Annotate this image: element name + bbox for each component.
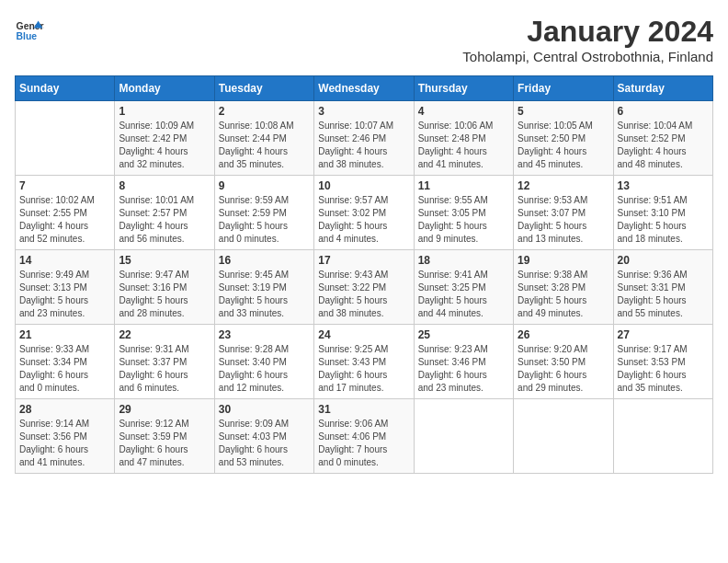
main-title: January 2024 xyxy=(462,15,713,49)
calendar-cell: 16Sunrise: 9:45 AM Sunset: 3:19 PM Dayli… xyxy=(214,250,313,325)
day-number: 31 xyxy=(318,403,409,416)
day-info: Sunrise: 9:49 AM Sunset: 3:13 PM Dayligh… xyxy=(19,269,110,320)
day-info: Sunrise: 9:45 AM Sunset: 3:19 PM Dayligh… xyxy=(219,269,310,320)
day-info: Sunrise: 9:41 AM Sunset: 3:25 PM Dayligh… xyxy=(418,269,509,320)
day-number: 25 xyxy=(418,328,509,341)
day-number: 13 xyxy=(618,179,709,192)
day-info: Sunrise: 10:01 AM Sunset: 2:57 PM Daylig… xyxy=(119,194,210,246)
week-row-3: 14Sunrise: 9:49 AM Sunset: 3:13 PM Dayli… xyxy=(16,250,713,325)
calendar-cell: 11Sunrise: 9:55 AM Sunset: 3:05 PM Dayli… xyxy=(414,176,513,250)
calendar-cell: 30Sunrise: 9:09 AM Sunset: 4:03 PM Dayli… xyxy=(214,399,313,474)
calendar-cell: 12Sunrise: 9:53 AM Sunset: 3:07 PM Dayli… xyxy=(514,176,613,250)
day-info: Sunrise: 9:59 AM Sunset: 2:59 PM Dayligh… xyxy=(219,194,310,246)
week-row-1: 1Sunrise: 10:09 AM Sunset: 2:42 PM Dayli… xyxy=(16,101,713,176)
day-number: 4 xyxy=(418,105,509,118)
day-number: 10 xyxy=(318,179,409,192)
day-number: 5 xyxy=(518,105,609,118)
day-info: Sunrise: 9:31 AM Sunset: 3:37 PM Dayligh… xyxy=(119,343,210,395)
day-info: Sunrise: 9:53 AM Sunset: 3:07 PM Dayligh… xyxy=(518,194,609,246)
calendar-cell: 28Sunrise: 9:14 AM Sunset: 3:56 PM Dayli… xyxy=(16,399,115,474)
calendar-cell: 15Sunrise: 9:47 AM Sunset: 3:16 PM Dayli… xyxy=(115,250,214,325)
day-number: 27 xyxy=(618,328,709,341)
day-info: Sunrise: 9:57 AM Sunset: 3:02 PM Dayligh… xyxy=(318,194,409,246)
calendar-cell: 6Sunrise: 10:04 AM Sunset: 2:52 PM Dayli… xyxy=(613,101,712,176)
day-number: 3 xyxy=(318,105,409,118)
day-info: Sunrise: 10:09 AM Sunset: 2:42 PM Daylig… xyxy=(119,120,210,171)
day-info: Sunrise: 9:47 AM Sunset: 3:16 PM Dayligh… xyxy=(119,269,210,320)
logo-icon: General Blue xyxy=(15,15,44,44)
day-number: 9 xyxy=(219,179,310,192)
day-info: Sunrise: 10:02 AM Sunset: 2:55 PM Daylig… xyxy=(19,194,110,246)
calendar-cell xyxy=(16,101,115,176)
day-number: 19 xyxy=(518,254,609,267)
week-row-5: 28Sunrise: 9:14 AM Sunset: 3:56 PM Dayli… xyxy=(16,399,713,474)
weekday-header-tuesday: Tuesday xyxy=(214,76,313,101)
calendar-cell: 17Sunrise: 9:43 AM Sunset: 3:22 PM Dayli… xyxy=(314,250,414,325)
day-number: 26 xyxy=(518,328,609,341)
weekday-header-thursday: Thursday xyxy=(414,76,513,101)
day-number: 2 xyxy=(219,105,310,118)
calendar-cell: 13Sunrise: 9:51 AM Sunset: 3:10 PM Dayli… xyxy=(613,176,712,250)
week-row-4: 21Sunrise: 9:33 AM Sunset: 3:34 PM Dayli… xyxy=(16,325,713,399)
day-number: 29 xyxy=(119,403,210,416)
weekday-header-monday: Monday xyxy=(115,76,214,101)
calendar-cell: 18Sunrise: 9:41 AM Sunset: 3:25 PM Dayli… xyxy=(414,250,513,325)
weekday-header-sunday: Sunday xyxy=(16,76,115,101)
calendar-cell: 4Sunrise: 10:06 AM Sunset: 2:48 PM Dayli… xyxy=(414,101,513,176)
day-number: 30 xyxy=(219,403,310,416)
title-area: January 2024 Toholampi, Central Ostrobot… xyxy=(462,15,713,64)
calendar-cell xyxy=(414,399,513,474)
calendar-cell: 23Sunrise: 9:28 AM Sunset: 3:40 PM Dayli… xyxy=(214,325,313,399)
logo: General Blue xyxy=(15,15,44,44)
calendar-cell: 10Sunrise: 9:57 AM Sunset: 3:02 PM Dayli… xyxy=(314,176,414,250)
day-info: Sunrise: 9:28 AM Sunset: 3:40 PM Dayligh… xyxy=(219,343,310,395)
calendar-cell: 25Sunrise: 9:23 AM Sunset: 3:46 PM Dayli… xyxy=(414,325,513,399)
weekday-header-friday: Friday xyxy=(514,76,613,101)
day-info: Sunrise: 10:08 AM Sunset: 2:44 PM Daylig… xyxy=(219,120,310,171)
calendar-cell xyxy=(514,399,613,474)
calendar-cell: 5Sunrise: 10:05 AM Sunset: 2:50 PM Dayli… xyxy=(514,101,613,176)
day-info: Sunrise: 9:38 AM Sunset: 3:28 PM Dayligh… xyxy=(518,269,609,320)
day-info: Sunrise: 10:07 AM Sunset: 2:46 PM Daylig… xyxy=(318,120,409,171)
calendar-cell: 19Sunrise: 9:38 AM Sunset: 3:28 PM Dayli… xyxy=(514,250,613,325)
day-number: 8 xyxy=(119,179,210,192)
calendar-cell: 24Sunrise: 9:25 AM Sunset: 3:43 PM Dayli… xyxy=(314,325,414,399)
day-number: 17 xyxy=(318,254,409,267)
calendar-cell: 20Sunrise: 9:36 AM Sunset: 3:31 PM Dayli… xyxy=(613,250,712,325)
calendar-cell: 22Sunrise: 9:31 AM Sunset: 3:37 PM Dayli… xyxy=(115,325,214,399)
day-info: Sunrise: 9:33 AM Sunset: 3:34 PM Dayligh… xyxy=(19,343,110,395)
day-info: Sunrise: 9:36 AM Sunset: 3:31 PM Dayligh… xyxy=(618,269,709,320)
calendar-cell: 31Sunrise: 9:06 AM Sunset: 4:06 PM Dayli… xyxy=(314,399,414,474)
subtitle: Toholampi, Central Ostrobothnia, Finland xyxy=(462,49,713,64)
weekday-header-row: SundayMondayTuesdayWednesdayThursdayFrid… xyxy=(16,76,713,101)
day-number: 6 xyxy=(618,105,709,118)
calendar-cell xyxy=(613,399,712,474)
day-number: 23 xyxy=(219,328,310,341)
day-info: Sunrise: 9:43 AM Sunset: 3:22 PM Dayligh… xyxy=(318,269,409,320)
day-number: 21 xyxy=(19,328,110,341)
day-info: Sunrise: 9:25 AM Sunset: 3:43 PM Dayligh… xyxy=(318,343,409,395)
day-info: Sunrise: 9:14 AM Sunset: 3:56 PM Dayligh… xyxy=(19,418,110,469)
calendar-cell: 27Sunrise: 9:17 AM Sunset: 3:53 PM Dayli… xyxy=(613,325,712,399)
day-info: Sunrise: 10:05 AM Sunset: 2:50 PM Daylig… xyxy=(518,120,609,171)
day-number: 18 xyxy=(418,254,509,267)
header: General Blue January 2024 Toholampi, Cen… xyxy=(15,15,713,64)
calendar-cell: 8Sunrise: 10:01 AM Sunset: 2:57 PM Dayli… xyxy=(115,176,214,250)
day-info: Sunrise: 10:06 AM Sunset: 2:48 PM Daylig… xyxy=(418,120,509,171)
day-info: Sunrise: 9:06 AM Sunset: 4:06 PM Dayligh… xyxy=(318,418,409,469)
calendar-cell: 21Sunrise: 9:33 AM Sunset: 3:34 PM Dayli… xyxy=(16,325,115,399)
day-number: 28 xyxy=(19,403,110,416)
day-number: 15 xyxy=(119,254,210,267)
calendar-cell: 2Sunrise: 10:08 AM Sunset: 2:44 PM Dayli… xyxy=(214,101,313,176)
day-number: 14 xyxy=(19,254,110,267)
day-number: 22 xyxy=(119,328,210,341)
calendar-cell: 3Sunrise: 10:07 AM Sunset: 2:46 PM Dayli… xyxy=(314,101,414,176)
calendar-cell: 9Sunrise: 9:59 AM Sunset: 2:59 PM Daylig… xyxy=(214,176,313,250)
week-row-2: 7Sunrise: 10:02 AM Sunset: 2:55 PM Dayli… xyxy=(16,176,713,250)
day-number: 20 xyxy=(618,254,709,267)
calendar-cell: 1Sunrise: 10:09 AM Sunset: 2:42 PM Dayli… xyxy=(115,101,214,176)
day-number: 7 xyxy=(19,179,110,192)
day-info: Sunrise: 9:17 AM Sunset: 3:53 PM Dayligh… xyxy=(618,343,709,395)
day-info: Sunrise: 9:55 AM Sunset: 3:05 PM Dayligh… xyxy=(418,194,509,246)
day-info: Sunrise: 9:20 AM Sunset: 3:50 PM Dayligh… xyxy=(518,343,609,395)
